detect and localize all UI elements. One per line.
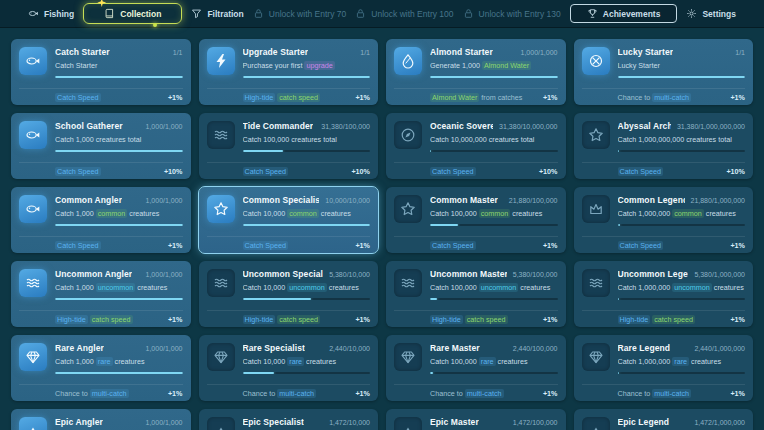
achievement-card-oceanic-sovereign[interactable]: Oceanic Sovereign31,380/10,000,000Catch …	[386, 113, 566, 179]
tab-filtration[interactable]: Filtration	[191, 8, 243, 19]
progress-count: 1/1	[735, 49, 745, 56]
card-title-row: Uncommon Legend5,380/1,000,000	[618, 269, 746, 279]
reward-value: +1%	[168, 389, 183, 398]
achievement-card-epic-master[interactable]: Epic Master1,472/100,000	[386, 409, 566, 430]
reward-value: +1%	[730, 389, 745, 398]
reward-label: Chance to multi-catch	[55, 389, 129, 398]
card-title-row: Common Master21,880/100,000	[430, 195, 558, 205]
card-title-row: Uncommon Master5,380/100,000	[430, 269, 558, 279]
card-title-row: Almond Starter1,000/1,000	[430, 47, 558, 57]
achievement-card-common-master[interactable]: Common Master21,880/100,000Catch 100,000…	[386, 187, 566, 253]
reward-row: Chance to multi-catch+1%	[582, 384, 746, 401]
tab-label: Unlock with Entry 100	[371, 9, 453, 19]
keyword-text: rare	[479, 357, 496, 366]
card-title-row: Epic Angler1,000/1,000	[55, 417, 183, 427]
card-title-row: Uncommon Specialist5,380/10,000	[243, 269, 371, 279]
card-content: Uncommon Angler1,000/1,000Catch 1,000 un…	[55, 268, 183, 310]
description-text: creatures	[518, 283, 550, 292]
progress-fill	[55, 76, 183, 78]
description-text: Catch Starter	[55, 61, 97, 70]
achievement-card-school-gatherer[interactable]: School Gatherer1,000/1,000Catch 1,000 cr…	[11, 113, 191, 179]
tab-label: Unlock with Entry 130	[479, 9, 561, 19]
keyword-text: Catch Speed	[618, 241, 664, 250]
triangle-icon	[394, 417, 422, 430]
achievement-card-rare-legend[interactable]: Rare Legend2,440/1,000,000Catch 1,000,00…	[574, 335, 754, 401]
gem-icon	[19, 343, 47, 371]
tab-label: Unlock with Entry 70	[269, 9, 346, 19]
tab-label: Settings	[702, 9, 736, 19]
achievement-card-uncommon-master[interactable]: Uncommon Master5,380/100,000Catch 100,00…	[386, 261, 566, 327]
progress-count: 1,000/1,000	[146, 197, 183, 204]
achievement-title: Abyssal Architect	[618, 121, 671, 131]
achievement-card-uncommon-angler[interactable]: Uncommon Angler1,000/1,000Catch 1,000 un…	[11, 261, 191, 327]
reward-label: Chance to multi-catch	[430, 389, 504, 398]
progress-bar	[55, 372, 183, 374]
progress-fill	[55, 372, 183, 374]
achievement-card-abyssal-architect[interactable]: Abyssal Architect31,380/1,000,000,000Cat…	[574, 113, 754, 179]
achievement-card-epic-specialist[interactable]: Epic Specialist1,472/10,000	[199, 409, 379, 430]
tab-settings[interactable]: Settings	[686, 8, 736, 19]
achievement-description: Catch 100,000 uncommon creatures	[430, 283, 558, 292]
tab-unlock-with-entry-100[interactable]: Unlock with Entry 100	[355, 8, 453, 19]
progress-fill	[243, 224, 371, 226]
achievement-card-common-legend[interactable]: Common Legend21,880/1,000,000Catch 1,000…	[574, 187, 754, 253]
description-text: creatures	[704, 209, 736, 218]
achievement-description: Catch 1,000 common creatures	[55, 209, 183, 218]
achievement-card-lucky-starter[interactable]: Lucky Starter1/1Lucky StarterChance to m…	[574, 39, 754, 105]
card-title-row: Epic Legend1,472/1,000,000	[618, 417, 746, 427]
achievement-card-tide-commander[interactable]: Tide Commander31,380/100,000Catch 100,00…	[199, 113, 379, 179]
fish-icon	[19, 121, 47, 149]
card-content: Catch Starter1/1Catch Starter	[55, 46, 183, 88]
gem-icon	[394, 343, 422, 371]
achievement-card-rare-master[interactable]: Rare Master2,440/100,000Catch 100,000 ra…	[386, 335, 566, 401]
tab-unlock-with-entry-130[interactable]: Unlock with Entry 130	[463, 8, 561, 19]
progress-bar	[55, 76, 183, 78]
reward-row: Catch Speed+10%	[19, 162, 183, 179]
achievement-description: Catch 10,000 rare creatures	[243, 357, 371, 366]
tab-unlock-with-entry-70[interactable]: Unlock with Entry 70	[253, 8, 346, 19]
description-text: creatures	[510, 209, 542, 218]
keyword-text: Catch Speed	[55, 93, 101, 102]
achievement-card-common-angler[interactable]: Common Angler1,000/1,000Catch 1,000 comm…	[11, 187, 191, 253]
progress-fill	[430, 298, 437, 300]
achievement-card-common-specialist[interactable]: Common Specialist10,000/10,000Catch 10,0…	[199, 187, 379, 253]
card-title-row: Rare Specialist2,440/10,000	[243, 343, 371, 353]
achievement-card-almond-starter[interactable]: Almond Starter1,000/1,000Generate 1,000 …	[386, 39, 566, 105]
achievement-description: Catch 1,000 rare creatures	[55, 357, 183, 366]
achievement-card-upgrade-starter[interactable]: Upgrade Starter1/1Purchase your first up…	[199, 39, 379, 105]
reward-value: +1%	[355, 315, 370, 324]
description-text: Purchase your first	[243, 61, 305, 70]
tab-collection[interactable]: Collection	[83, 3, 182, 24]
achievement-card-uncommon-legend[interactable]: Uncommon Legend5,380/1,000,000Catch 1,00…	[574, 261, 754, 327]
keyword-text: multi-catch	[652, 389, 691, 398]
reward-value: +10%	[539, 167, 558, 176]
achievement-description: Catch 100,000 common creatures	[430, 209, 558, 218]
achievement-card-epic-legend[interactable]: Epic Legend1,472/1,000,000	[574, 409, 754, 430]
achievement-title: Catch Starter	[55, 47, 110, 57]
achievement-title: Tide Commander	[243, 121, 314, 131]
reward-row: Catch Speed+1%	[19, 88, 183, 105]
achievement-description: Catch 10,000 common creatures	[243, 209, 371, 218]
tab-label: Filtration	[207, 9, 243, 19]
waves-icon	[19, 269, 47, 297]
achievement-card-epic-angler[interactable]: Epic Angler1,000/1,000	[11, 409, 191, 430]
description-text: Catch 1,000,000	[618, 357, 673, 366]
keyword-text: Catch Speed	[430, 167, 476, 176]
achievement-title: School Gatherer	[55, 121, 123, 131]
achievement-card-rare-angler[interactable]: Rare Angler1,000/1,000Catch 1,000 rare c…	[11, 335, 191, 401]
reward-label: Chance to multi-catch	[618, 389, 692, 398]
crown-icon	[582, 195, 610, 223]
tab-fishing[interactable]: Fishing	[28, 8, 74, 19]
achievement-card-rare-specialist[interactable]: Rare Specialist2,440/10,000Catch 10,000 …	[199, 335, 379, 401]
progress-bar	[430, 76, 558, 78]
achievement-card-catch-starter[interactable]: Catch Starter1/1Catch StarterCatch Speed…	[11, 39, 191, 105]
achievement-description: Catch 10,000 uncommon creatures	[243, 283, 371, 292]
achievement-title: Rare Master	[430, 343, 480, 353]
progress-bar	[243, 298, 371, 300]
reward-row: Chance to multi-catch+1%	[582, 88, 746, 105]
achievement-card-uncommon-specialist[interactable]: Uncommon Specialist5,380/10,000Catch 10,…	[199, 261, 379, 327]
reward-value: +10%	[164, 167, 183, 176]
tab-achievements[interactable]: Achievements	[570, 4, 678, 23]
keyword-text: catch speed	[277, 93, 320, 102]
progress-count: 2,440/100,000	[513, 345, 558, 352]
